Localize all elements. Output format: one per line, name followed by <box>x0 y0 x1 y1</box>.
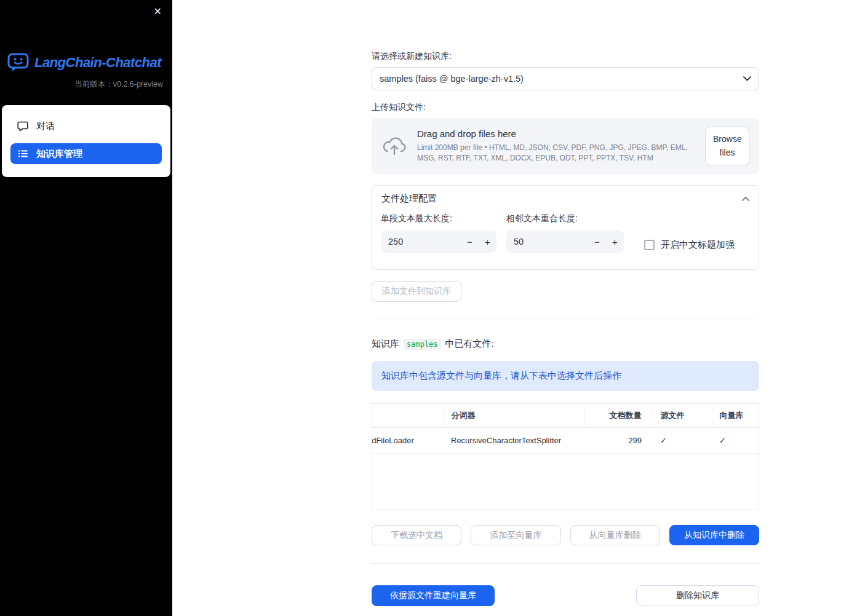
sidebar-item-label: 对话 <box>36 120 55 132</box>
chunk-overlap-label: 相邻文本重合长度: <box>506 213 624 224</box>
kb-name-code: samples <box>404 339 441 350</box>
info-alert: 知识库中包含源文件与向量库，请从下表中选择文件后操作 <box>372 361 759 391</box>
chat-bubble-logo-icon <box>7 53 30 72</box>
chunk-overlap-stepper[interactable]: 50 − + <box>506 231 624 253</box>
kb-management-page: 请选择或新建知识库: samples (faiss @ bge-large-zh… <box>372 0 759 606</box>
rebuild-column: 依据源文件重建向量库 <box>372 585 495 606</box>
files-table[interactable]: 文档加载器 分词器 文档数量 源文件 向量库 UnstructuredFileL… <box>372 403 759 510</box>
kb-select-label: 请选择或新建知识库: <box>372 51 759 62</box>
chunk-size-increment-button[interactable]: + <box>479 231 496 253</box>
app-logo-text: LangChain-Chatchat <box>34 55 161 71</box>
kb-bottom-actions: 依据源文件重建向量库 删除知识库 <box>372 585 759 606</box>
chunk-overlap-increment-button[interactable]: + <box>606 231 624 253</box>
file-config-body: 单段文本最大长度: 250 − + 相邻文本重合长度: 50 − + <box>372 212 759 269</box>
kb-selectbox[interactable]: samples (faiss @ bge-large-zh-v1.5) <box>372 67 759 90</box>
cell-splitter[interactable]: RecursiveCharacterTextSplitter <box>444 427 584 453</box>
main-area: 请选择或新建知识库: samples (faiss @ bge-large-zh… <box>172 0 849 616</box>
chevron-down-icon <box>743 76 751 81</box>
table-header-row: 文档加载器 分词器 文档数量 源文件 向量库 <box>372 404 759 427</box>
delete-kb-button[interactable]: 删除知识库 <box>636 585 759 606</box>
column-header-source-file[interactable]: 源文件 <box>653 404 712 427</box>
chunk-size-label: 单段文本最大长度: <box>381 213 496 224</box>
chunk-size-decrement-button[interactable]: − <box>461 231 479 253</box>
chevron-up-icon <box>742 197 749 201</box>
browse-files-button[interactable]: Browse files <box>705 127 749 165</box>
empty-column <box>504 585 627 606</box>
sidebar-item-knowledge-base[interactable]: 知识库管理 <box>10 143 162 164</box>
cell-loader[interactable]: UnstructuredFileLoader <box>372 427 444 453</box>
chunk-size-field: 单段文本最大长度: 250 − + <box>381 213 496 256</box>
column-header-loader[interactable]: 文档加载器 <box>372 404 444 427</box>
file-action-buttons: 下载选中文档 添加至向量库 从向量库删除 从知识库中删除 <box>372 525 759 545</box>
sidebar: ✕ LangChain-Chatchat 当前版本：v0.2.6-preview… <box>0 0 172 616</box>
existing-files-prefix: 知识库 <box>372 338 399 350</box>
divider <box>372 563 759 564</box>
table-row[interactable]: UnstructuredFileLoader RecursiveCharacte… <box>372 427 759 453</box>
sidebar-item-label: 知识库管理 <box>36 148 82 160</box>
column-header-splitter[interactable]: 分词器 <box>444 404 584 427</box>
kb-selectbox-value: samples (faiss @ bge-large-zh-v1.5) <box>380 74 524 84</box>
column-header-doc-count[interactable]: 文档数量 <box>584 404 653 427</box>
zh-title-checkbox-row[interactable]: 开启中文标题加强 <box>644 234 735 256</box>
delete-from-kb-button[interactable]: 从知识库中删除 <box>669 525 759 545</box>
cell-vector-store-check[interactable]: ✓ <box>712 427 759 453</box>
sidebar-nav: 对话 知识库管理 <box>2 105 170 177</box>
rebuild-vector-store-button[interactable]: 依据源文件重建向量库 <box>372 585 495 606</box>
sidebar-item-dialogue[interactable]: 对话 <box>10 116 162 136</box>
add-files-to-kb-button[interactable]: 添加文件到知识库 <box>372 281 461 302</box>
download-selected-docs-button[interactable]: 下载选中文档 <box>372 525 461 545</box>
cell-doc-count[interactable]: 299 <box>584 427 653 453</box>
existing-files-suffix: 中已有文件: <box>445 338 494 350</box>
chunk-size-value[interactable]: 250 <box>381 237 461 247</box>
delete-from-vector-store-button[interactable]: 从向量库删除 <box>570 525 660 545</box>
dropzone-limit-text: Limit 200MB per file • HTML, MD, JSON, C… <box>417 143 695 164</box>
file-dropzone[interactable]: Drag and drop files here Limit 200MB per… <box>372 118 759 174</box>
add-to-vector-store-button[interactable]: 添加至向量库 <box>471 525 560 545</box>
zh-title-field: 开启中文标题加强 <box>644 213 735 256</box>
app-logo: LangChain-Chatchat <box>0 53 172 72</box>
chunk-overlap-decrement-button[interactable]: − <box>588 231 606 253</box>
cloud-upload-icon <box>381 137 407 156</box>
chat-icon <box>17 120 28 132</box>
dropzone-text: Drag and drop files here Limit 200MB per… <box>417 128 695 164</box>
dropzone-title: Drag and drop files here <box>417 128 695 139</box>
column-header-vector-store[interactable]: 向量库 <box>712 404 759 427</box>
file-config-expander: 文件处理配置 单段文本最大长度: 250 − + 相邻文 <box>372 185 759 270</box>
chunk-size-stepper[interactable]: 250 − + <box>381 231 496 253</box>
chunk-overlap-field: 相邻文本重合长度: 50 − + <box>506 213 624 256</box>
upload-label: 上传知识文件: <box>372 102 759 113</box>
file-config-expander-header[interactable]: 文件处理配置 <box>372 186 759 212</box>
list-icon <box>17 148 28 159</box>
cell-source-file-check[interactable]: ✓ <box>653 427 712 453</box>
zh-title-checkbox-label: 开启中文标题加强 <box>661 239 735 251</box>
divider <box>372 320 759 320</box>
file-config-title: 文件处理配置 <box>381 193 437 205</box>
chunk-overlap-value[interactable]: 50 <box>506 237 588 247</box>
sidebar-close-icon[interactable]: ✕ <box>151 4 165 20</box>
delete-kb-column: 删除知识库 <box>636 585 759 606</box>
existing-files-line: 知识库 samples 中已有文件: <box>372 338 759 350</box>
zh-title-checkbox[interactable] <box>644 240 655 250</box>
app-version-label: 当前版本：v0.2.6-preview <box>0 72 172 90</box>
